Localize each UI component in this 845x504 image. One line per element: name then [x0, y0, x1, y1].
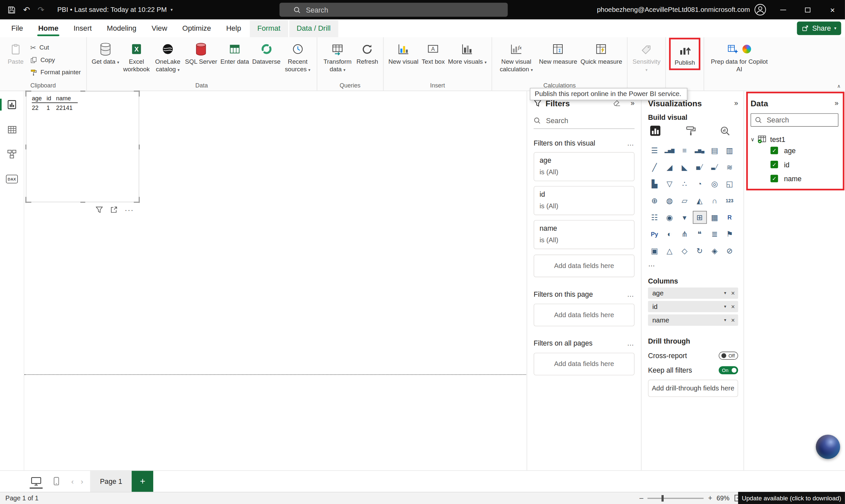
more-visuals-button[interactable]: More visuals ▾: [446, 40, 488, 66]
table-visual[interactable]: age id name 22 1 22141: [26, 91, 139, 202]
collapse-ribbon-icon[interactable]: ∧: [837, 84, 841, 89]
more-options-icon[interactable]: …: [627, 290, 635, 299]
area-chart-icon[interactable]: ◢: [663, 161, 676, 173]
dataverse-button[interactable]: Dataverse: [251, 40, 282, 66]
slicer-icon[interactable]: ▾: [678, 212, 691, 223]
field-checkbox-checked[interactable]: ✓: [770, 161, 778, 168]
gauge-icon[interactable]: ∩: [708, 195, 721, 206]
no-visual-icon[interactable]: ⊘: [723, 245, 736, 257]
clustered-bar-chart-icon[interactable]: ≡: [678, 145, 691, 157]
tab-view[interactable]: View: [144, 19, 175, 37]
format-painter-button[interactable]: Format painter: [28, 67, 83, 78]
100-stacked-bar-chart-icon[interactable]: ▤: [708, 145, 721, 157]
data-field-row[interactable]: ✓ id: [751, 158, 839, 171]
copilot-floating-button[interactable]: [816, 435, 840, 459]
tab-help[interactable]: Help: [218, 19, 249, 37]
cut-button[interactable]: ✂ Cut: [28, 42, 83, 53]
field-chip[interactable]: id ▾ ×: [648, 301, 738, 312]
map-icon[interactable]: ⊕: [648, 195, 661, 206]
report-canvas[interactable]: age id name 22 1 22141: [24, 91, 527, 470]
copy-button[interactable]: Copy: [28, 54, 83, 65]
data-search-box[interactable]: [751, 113, 839, 127]
line-and-clustered-column-chart-icon[interactable]: ▃╱: [708, 161, 721, 173]
get-data-button[interactable]: Get data ▾: [90, 40, 121, 66]
new-measure-button[interactable]: Σ New measure: [537, 40, 579, 66]
stacked-area-chart-icon[interactable]: ◣: [678, 161, 691, 173]
collapse-pane-icon[interactable]: »: [834, 100, 839, 108]
more-options-icon[interactable]: …: [627, 339, 635, 347]
save-icon[interactable]: [7, 6, 16, 14]
sensitivity-button[interactable]: Sensitivity ▾: [631, 40, 662, 73]
analytics-tab-icon[interactable]: [720, 125, 731, 136]
new-visual-button[interactable]: New visual: [387, 40, 420, 66]
collapse-pane-icon[interactable]: »: [734, 100, 738, 108]
filter-card[interactable]: name is (All): [534, 220, 635, 249]
filters-search-input[interactable]: [545, 116, 620, 125]
dax-query-view-button[interactable]: DAX: [0, 172, 24, 186]
matrix-icon[interactable]: ▦: [708, 212, 721, 223]
account-avatar[interactable]: [754, 4, 766, 16]
field-chip[interactable]: name ▾ ×: [648, 314, 738, 326]
pie-chart-icon[interactable]: ◔: [693, 178, 706, 190]
resize-handle[interactable]: [134, 197, 140, 203]
onelake-catalog-button[interactable]: OneLake catalog ▾: [152, 40, 183, 73]
kpi-icon[interactable]: ◉: [663, 212, 676, 223]
add-data-fields-dropzone[interactable]: Add data fields here: [534, 304, 635, 326]
search-input[interactable]: [305, 5, 483, 15]
stacked-column-chart-icon[interactable]: ▂▅▇: [663, 145, 676, 157]
data-table-node[interactable]: ∨ test1: [751, 135, 839, 144]
data-field-row[interactable]: ✓ age: [751, 144, 839, 158]
field-checkbox-checked[interactable]: ✓: [770, 175, 778, 182]
field-chip[interactable]: age ▾ ×: [648, 287, 738, 299]
resize-handle[interactable]: [139, 145, 140, 149]
next-page-icon[interactable]: ›: [81, 477, 84, 486]
table-icon[interactable]: ⊞: [693, 212, 706, 223]
filter-card[interactable]: age is (All): [534, 152, 635, 181]
resize-handle[interactable]: [134, 91, 140, 97]
add-data-fields-dropzone[interactable]: Add data fields here: [534, 254, 635, 277]
page-tab[interactable]: Page 1: [90, 471, 132, 492]
chevron-down-icon[interactable]: ▾: [724, 304, 726, 309]
autosave-status[interactable]: PBI • Last saved: Today at 10:22 PM ▾: [57, 6, 172, 14]
azure-map-icon[interactable]: ◭: [693, 195, 706, 206]
metrics-icon[interactable]: ⚑: [723, 228, 736, 240]
format-visual-tab-icon[interactable]: [685, 125, 696, 136]
close-button[interactable]: ×: [820, 0, 845, 19]
tab-home[interactable]: Home: [31, 19, 66, 37]
keep-all-filters-toggle[interactable]: On: [719, 366, 738, 374]
chevron-down-icon[interactable]: ▾: [724, 318, 726, 322]
funnel-chart-icon[interactable]: ▽: [663, 178, 676, 190]
quick-measure-button[interactable]: Quick measure: [579, 40, 624, 66]
zoom-slider-handle[interactable]: [662, 495, 664, 502]
multi-row-card-icon[interactable]: ☷: [648, 212, 661, 223]
enter-data-button[interactable]: Enter data: [219, 40, 251, 66]
stacked-bar-chart-icon[interactable]: ☰: [648, 145, 661, 157]
decomposition-tree-icon[interactable]: ⋔: [678, 228, 691, 240]
treemap-icon[interactable]: ◱: [723, 178, 736, 190]
model-view-button[interactable]: [0, 147, 24, 161]
paste-button[interactable]: Paste: [3, 40, 28, 66]
more-visual-types-icon[interactable]: …: [648, 260, 738, 268]
power-automate-icon[interactable]: ↻: [693, 245, 706, 257]
data-search-input[interactable]: [766, 115, 830, 125]
new-visual-calculation-button[interactable]: fx New visual calculation ▾: [495, 40, 537, 73]
paginated-report-icon[interactable]: ▣: [648, 245, 661, 257]
report-view-button[interactable]: [0, 98, 24, 111]
field-checkbox-checked[interactable]: ✓: [770, 146, 778, 154]
tab-optimize[interactable]: Optimize: [175, 19, 218, 37]
update-notification[interactable]: Update available (click to download): [738, 492, 845, 504]
filter-icon[interactable]: [95, 206, 103, 214]
account-email[interactable]: phoebezheng@AcevillePteLtd081.onmicrosof…: [597, 0, 750, 19]
global-search-box[interactable]: [279, 3, 508, 17]
build-visual-tab-icon[interactable]: [649, 124, 662, 137]
mobile-layout-button[interactable]: [53, 471, 59, 492]
shape-map-icon[interactable]: ▱: [678, 195, 691, 206]
waterfall-chart-icon[interactable]: ▙: [648, 178, 661, 190]
100-stacked-column-chart-icon[interactable]: ▥: [723, 145, 736, 157]
zoom-in-button[interactable]: +: [708, 494, 712, 502]
power-apps-icon[interactable]: ◇: [678, 245, 691, 257]
ribbon-chart-icon[interactable]: ≋: [723, 161, 736, 173]
prep-data-copilot-button[interactable]: Prep data for Copilot AI: [707, 40, 771, 73]
tab-modeling[interactable]: Modeling: [100, 19, 144, 37]
remove-field-icon[interactable]: ×: [731, 316, 735, 324]
